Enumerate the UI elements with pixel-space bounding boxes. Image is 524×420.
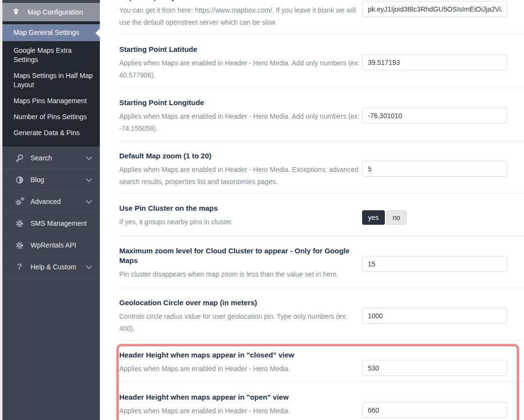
setting-description: If yes, it groups nearby pins in cluster… — [119, 216, 362, 228]
clipped-setting-title: Mapbox Api Key — [119, 0, 362, 2]
sidebar-subitem-label: Maps Pins Management — [14, 97, 87, 105]
setting-row-header-height-open: Header Height when maps appear in "open"… — [119, 383, 524, 420]
setting-description: Applies when Maps are enabled in Header … — [119, 110, 362, 135]
max-cluster-zoom-input[interactable] — [362, 256, 508, 272]
pin-cluster-toggle: yes no — [362, 210, 508, 225]
starting-latitude-input[interactable] — [362, 54, 508, 70]
sidebar-item-map-configuration[interactable]: Map Configuration — [2, 3, 100, 21]
setting-title: Geolocation Circle over map (in meters) — [119, 298, 362, 308]
setting-row-starting-longitude: Starting Point Longitude Applies when Ma… — [119, 88, 524, 141]
sidebar-subitem-label: Google Maps Extra Settings — [14, 47, 72, 63]
setting-description: Controls circle radius value for user ge… — [119, 311, 362, 335]
chevron-down-icon — [86, 154, 92, 160]
sidebar-item-search[interactable]: Search — [2, 147, 100, 169]
sidebar-item-label: SMS Management — [31, 219, 91, 227]
sidebar-item-label: Advanced — [31, 198, 87, 205]
default-map-zoom-input[interactable] — [362, 161, 508, 177]
setting-title: Header Height when maps appear in "open"… — [119, 392, 362, 402]
sidebar-item-advanced[interactable]: Advanced — [2, 190, 100, 212]
gears-icon — [15, 197, 24, 206]
setting-title: Header Height when maps appear in "close… — [119, 350, 362, 360]
pin-cluster-yes-button[interactable]: yes — [362, 210, 385, 225]
sidebar-subitem-label: Number of Pins Settings — [14, 113, 87, 121]
sidebar-item-label: Search — [31, 154, 87, 162]
mapbox-api-key-input[interactable] — [362, 1, 508, 17]
setting-title: Maximum zoom level for Cloud Cluster to … — [119, 246, 362, 265]
setting-row-header-height-closed: Header Height when maps appear in "close… — [119, 341, 524, 383]
sidebar-subitem-label: Maps Settings in Half Map Layout — [14, 72, 93, 89]
setting-title: Starting Point Longitude — [119, 98, 362, 108]
question-icon: ? — [15, 263, 24, 271]
settings-panel: Mapbox Api Key You can get it from here:… — [100, 0, 524, 420]
sidebar-subitem-label: Generate Data & Pins — [14, 129, 79, 137]
setting-row-default-map-zoom: Default Map zoom (1 to 20) Applies when … — [119, 141, 524, 194]
chevron-down-icon — [86, 263, 92, 269]
active-item-arrow-icon — [95, 29, 100, 37]
sidebar-item-sms-management[interactable]: SMS Management — [2, 212, 100, 234]
sidebar-subitem-label: Map General Settings — [14, 29, 79, 36]
setting-title: Default Map zoom (1 to 20) — [119, 151, 362, 161]
chevron-down-icon — [86, 176, 92, 182]
sidebar-item-blog[interactable]: Blog — [2, 169, 100, 190]
setting-description: Pin cluster disappears when map zoom is … — [119, 268, 362, 280]
map-configuration-submenu: Map General Settings Google Maps Extra S… — [2, 21, 100, 147]
setting-description: Applies when Maps are enabled in Header … — [119, 57, 362, 81]
map-pin-icon — [12, 8, 20, 16]
gear-icon — [15, 219, 24, 228]
setting-description: Applies when Maps are enabled in Header … — [119, 405, 362, 417]
contrast-icon — [15, 176, 24, 184]
sidebar-subitem-maps-pins-management[interactable]: Maps Pins Management — [2, 93, 100, 109]
sidebar-item-label: Help & Custom — [31, 263, 87, 271]
sidebar-empty-area — [2, 278, 100, 420]
geolocation-circle-input[interactable] — [362, 308, 508, 324]
setting-row-max-cluster-zoom: Maximum zoom level for Cloud Cluster to … — [119, 236, 524, 288]
header-height-closed-input[interactable] — [362, 360, 508, 376]
sidebar-subitem-google-maps-extra-settings[interactable]: Google Maps Extra Settings — [2, 43, 100, 68]
search-icon — [15, 154, 24, 163]
gear-icon — [15, 241, 24, 249]
setting-title: Use Pin Cluster on the maps — [119, 203, 362, 213]
setting-row-pin-cluster: Use Pin Cluster on the maps If yes, it g… — [119, 194, 524, 236]
sidebar-item-label: Map Configuration — [28, 8, 83, 16]
starting-longitude-input[interactable] — [362, 108, 508, 124]
setting-row-geolocation-circle: Geolocation Circle over map (in meters) … — [119, 288, 524, 341]
sidebar-item-label: Blog — [31, 176, 87, 184]
setting-row-starting-latitude: Starting Point Latitude Applies when Map… — [119, 35, 524, 88]
setting-description: Applies when Maps are enabled in Header … — [119, 363, 362, 375]
sidebar-subitem-generate-data-pins[interactable]: Generate Data & Pins — [2, 125, 100, 141]
setting-row-mapbox-api: Mapbox Api Key You can get it from here:… — [119, 0, 524, 35]
header-height-open-input[interactable] — [362, 402, 508, 418]
chevron-down-icon — [86, 198, 92, 204]
sidebar-item-label: WpRentals API — [31, 241, 91, 249]
pin-cluster-no-button[interactable]: no — [386, 210, 407, 225]
map-general-settings-page: Map Configuration Map General Settings G… — [0, 0, 524, 420]
sidebar-subitem-maps-settings-half-map[interactable]: Maps Settings in Half Map Layout — [2, 68, 100, 93]
setting-description: You can get it from here: https://www.ma… — [119, 4, 362, 29]
sidebar-item-wprentals-api[interactable]: WpRentals API — [2, 234, 100, 256]
sidebar-subitem-map-general-settings[interactable]: Map General Settings — [2, 24, 100, 41]
setting-description: Applies when Maps are enabled in Header … — [119, 164, 362, 188]
sidebar-subitem-number-of-pins-settings[interactable]: Number of Pins Settings — [2, 109, 100, 125]
sidebar-item-help-custom[interactable]: ? Help & Custom — [2, 256, 100, 278]
settings-sidebar: Map Configuration Map General Settings G… — [2, 0, 100, 420]
setting-title: Starting Point Latitude — [119, 45, 362, 54]
